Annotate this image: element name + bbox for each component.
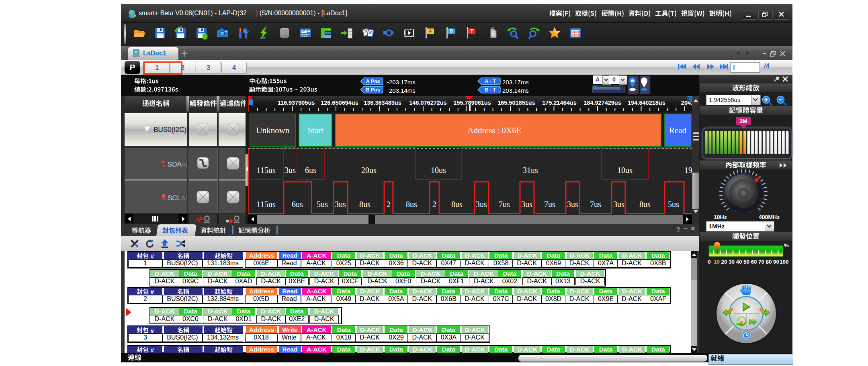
svg-text:B: B — [450, 28, 453, 33]
svg-text:A: A — [429, 28, 432, 33]
svg-text:T: T — [471, 28, 473, 33]
svg-text:A - T: A - T — [485, 79, 496, 84]
svg-text:0101: 0101 — [571, 33, 579, 37]
svg-text:B - T: B - T — [485, 87, 496, 93]
svg-text:A Pos: A Pos — [366, 79, 380, 84]
svg-text:B Pos: B Pos — [366, 87, 380, 93]
